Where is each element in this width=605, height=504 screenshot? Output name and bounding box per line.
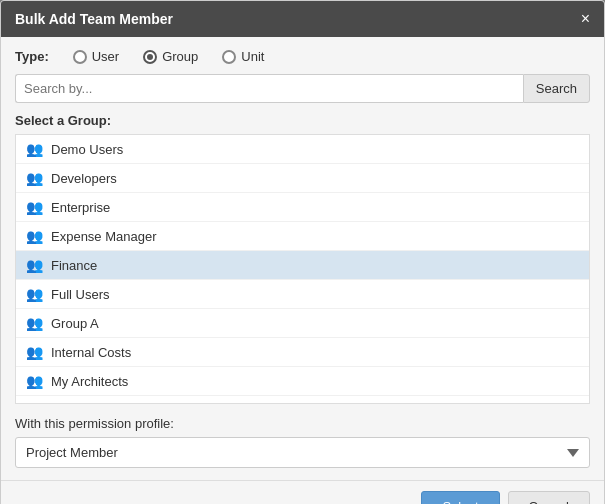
list-item-label: My Architects [51, 374, 128, 389]
list-item-label: Full Users [51, 287, 110, 302]
permission-select[interactable]: Project MemberAdminViewer [15, 437, 590, 468]
list-item[interactable]: 👥Full Users [16, 280, 589, 309]
group-list-label: Select a Group: [15, 113, 590, 128]
list-item[interactable]: 👥My Special Projects Team [16, 396, 589, 404]
group-icon: 👥 [26, 228, 43, 244]
group-icon: 👥 [26, 344, 43, 360]
type-row: Type: User Group Unit [15, 49, 590, 64]
group-list[interactable]: 👥Demo Users👥Developers👥Enterprise👥Expens… [15, 134, 590, 404]
list-wrapper: 👥Demo Users👥Developers👥Enterprise👥Expens… [15, 134, 590, 404]
list-item-label: Developers [51, 171, 117, 186]
list-item[interactable]: 👥Finance [16, 251, 589, 280]
list-item[interactable]: 👥Group A [16, 309, 589, 338]
list-item[interactable]: 👥Enterprise [16, 193, 589, 222]
radio-circle-group [143, 50, 157, 64]
dialog-footer: Select Cancel [1, 480, 604, 504]
group-icon: 👥 [26, 315, 43, 331]
dialog-header: Bulk Add Team Member × [1, 1, 604, 37]
radio-group-label: Group [162, 49, 198, 64]
group-icon: 👥 [26, 141, 43, 157]
radio-user-label: User [92, 49, 119, 64]
select-button[interactable]: Select [421, 491, 499, 504]
permission-label: With this permission profile: [15, 416, 590, 431]
search-row: Search [15, 74, 590, 103]
list-item[interactable]: 👥Developers [16, 164, 589, 193]
list-item-label: Demo Users [51, 142, 123, 157]
group-icon: 👥 [26, 199, 43, 215]
group-icon: 👥 [26, 286, 43, 302]
radio-group[interactable]: Group [143, 49, 198, 64]
group-icon: 👥 [26, 170, 43, 186]
radio-unit[interactable]: Unit [222, 49, 264, 64]
radio-unit-label: Unit [241, 49, 264, 64]
dialog-title: Bulk Add Team Member [15, 11, 173, 27]
radio-circle-user [73, 50, 87, 64]
radio-inner-group [147, 54, 153, 60]
search-button[interactable]: Search [523, 74, 590, 103]
list-item[interactable]: 👥Internal Costs [16, 338, 589, 367]
list-item-label: My Special Projects Team [51, 403, 200, 405]
radio-user[interactable]: User [73, 49, 119, 64]
group-icon: 👥 [26, 402, 43, 404]
list-item[interactable]: 👥Demo Users [16, 135, 589, 164]
radio-circle-unit [222, 50, 236, 64]
list-item[interactable]: 👥My Architects [16, 367, 589, 396]
list-item-label: Internal Costs [51, 345, 131, 360]
list-item[interactable]: 👥Expense Manager [16, 222, 589, 251]
type-label: Type: [15, 49, 49, 64]
group-icon: 👥 [26, 257, 43, 273]
search-input[interactable] [15, 74, 523, 103]
list-item-label: Enterprise [51, 200, 110, 215]
permission-section: With this permission profile: Project Me… [15, 416, 590, 468]
close-button[interactable]: × [581, 11, 590, 27]
dialog-body: Type: User Group Unit Search Select a Gr… [1, 37, 604, 480]
list-item-label: Expense Manager [51, 229, 157, 244]
group-icon: 👥 [26, 373, 43, 389]
cancel-button[interactable]: Cancel [508, 491, 590, 504]
bulk-add-dialog: Bulk Add Team Member × Type: User Group … [0, 0, 605, 504]
list-item-label: Finance [51, 258, 97, 273]
list-item-label: Group A [51, 316, 99, 331]
